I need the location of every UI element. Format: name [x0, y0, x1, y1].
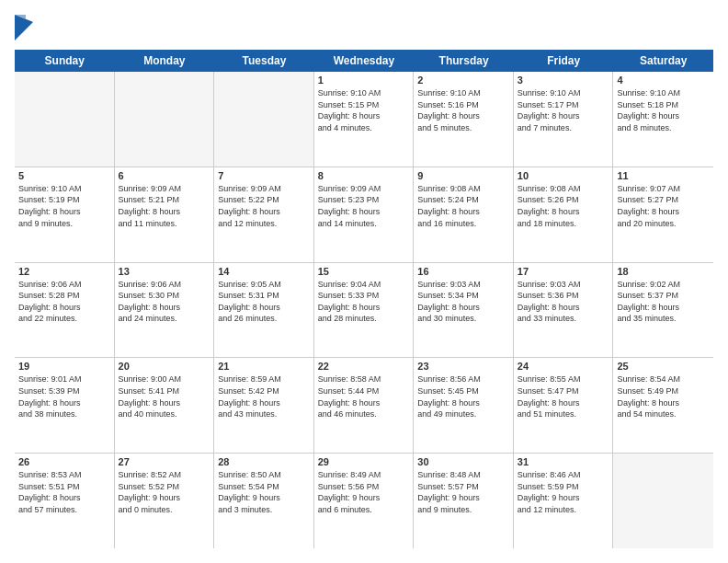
cell-details: Sunrise: 9:10 AM Sunset: 5:15 PM Dayligh…	[318, 87, 410, 133]
calendar-cell: 26Sunrise: 8:53 AM Sunset: 5:51 PM Dayli…	[15, 454, 115, 548]
cell-details: Sunrise: 8:54 AM Sunset: 5:49 PM Dayligh…	[617, 373, 710, 419]
calendar: SundayMondayTuesdayWednesdayThursdayFrid…	[15, 50, 713, 548]
cell-details: Sunrise: 9:08 AM Sunset: 5:26 PM Dayligh…	[518, 183, 609, 229]
day-number: 2	[417, 75, 509, 86]
calendar-cell	[15, 72, 115, 167]
calendar-cell: 22Sunrise: 8:58 AM Sunset: 5:44 PM Dayli…	[314, 358, 415, 453]
calendar-cell: 29Sunrise: 8:49 AM Sunset: 5:56 PM Dayli…	[314, 454, 415, 548]
cell-details: Sunrise: 9:07 AM Sunset: 5:27 PM Dayligh…	[617, 183, 710, 229]
cell-details: Sunrise: 8:49 AM Sunset: 5:56 PM Dayligh…	[318, 469, 410, 515]
day-number: 20	[119, 361, 210, 372]
day-number: 23	[417, 361, 509, 372]
day-number: 15	[318, 266, 410, 277]
calendar-cell: 8Sunrise: 9:09 AM Sunset: 5:23 PM Daylig…	[314, 167, 415, 262]
calendar-cell: 6Sunrise: 9:09 AM Sunset: 5:21 PM Daylig…	[115, 167, 215, 262]
calendar-cell: 11Sunrise: 9:07 AM Sunset: 5:27 PM Dayli…	[613, 167, 713, 262]
calendar-cell: 28Sunrise: 8:50 AM Sunset: 5:54 PM Dayli…	[214, 454, 314, 548]
calendar-cell: 31Sunrise: 8:46 AM Sunset: 5:59 PM Dayli…	[514, 454, 614, 548]
calendar-row: 1Sunrise: 9:10 AM Sunset: 5:15 PM Daylig…	[15, 72, 713, 167]
day-number: 3	[518, 75, 609, 86]
cell-details: Sunrise: 9:08 AM Sunset: 5:24 PM Dayligh…	[417, 183, 509, 229]
cell-details: Sunrise: 9:03 AM Sunset: 5:36 PM Dayligh…	[518, 279, 609, 325]
page: SundayMondayTuesdayWednesdayThursdayFrid…	[0, 0, 728, 563]
header-day: Monday	[115, 50, 215, 72]
day-number: 5	[18, 170, 110, 181]
calendar-cell: 14Sunrise: 9:05 AM Sunset: 5:31 PM Dayli…	[214, 263, 314, 358]
calendar-cell: 3Sunrise: 9:10 AM Sunset: 5:17 PM Daylig…	[514, 72, 614, 167]
cell-details: Sunrise: 9:02 AM Sunset: 5:37 PM Dayligh…	[617, 279, 710, 325]
day-number: 7	[218, 170, 310, 181]
header-day: Saturday	[613, 50, 713, 72]
day-number: 24	[518, 361, 609, 372]
calendar-cell: 2Sunrise: 9:10 AM Sunset: 5:16 PM Daylig…	[414, 72, 514, 167]
cell-details: Sunrise: 9:09 AM Sunset: 5:22 PM Dayligh…	[218, 183, 310, 229]
day-number: 27	[119, 456, 210, 467]
day-number: 16	[417, 266, 509, 277]
header-day: Tuesday	[214, 50, 314, 72]
calendar-cell: 24Sunrise: 8:55 AM Sunset: 5:47 PM Dayli…	[514, 358, 614, 453]
calendar-cell: 10Sunrise: 9:08 AM Sunset: 5:26 PM Dayli…	[514, 167, 614, 262]
cell-details: Sunrise: 8:52 AM Sunset: 5:52 PM Dayligh…	[119, 469, 210, 515]
day-number: 17	[518, 266, 609, 277]
day-number: 19	[18, 361, 110, 372]
header-day: Friday	[514, 50, 614, 72]
calendar-cell: 7Sunrise: 9:09 AM Sunset: 5:22 PM Daylig…	[214, 167, 314, 262]
header-day: Wednesday	[314, 50, 415, 72]
day-number: 26	[18, 456, 110, 467]
logo-icon	[15, 15, 33, 40]
calendar-cell: 12Sunrise: 9:06 AM Sunset: 5:28 PM Dayli…	[15, 263, 115, 358]
calendar-cell: 4Sunrise: 9:10 AM Sunset: 5:18 PM Daylig…	[613, 72, 713, 167]
day-number: 25	[617, 361, 710, 372]
header-day: Sunday	[15, 50, 115, 72]
cell-details: Sunrise: 9:06 AM Sunset: 5:30 PM Dayligh…	[119, 279, 210, 325]
cell-details: Sunrise: 9:03 AM Sunset: 5:34 PM Dayligh…	[417, 279, 509, 325]
calendar-cell	[115, 72, 215, 167]
day-number: 22	[318, 361, 410, 372]
calendar-body: 1Sunrise: 9:10 AM Sunset: 5:15 PM Daylig…	[15, 72, 713, 548]
day-number: 12	[18, 266, 110, 277]
calendar-cell: 17Sunrise: 9:03 AM Sunset: 5:36 PM Dayli…	[514, 263, 614, 358]
calendar-cell: 18Sunrise: 9:02 AM Sunset: 5:37 PM Dayli…	[613, 263, 713, 358]
svg-marker-0	[15, 15, 33, 40]
calendar-cell	[214, 72, 314, 167]
cell-details: Sunrise: 8:55 AM Sunset: 5:47 PM Dayligh…	[518, 373, 609, 419]
calendar-cell: 25Sunrise: 8:54 AM Sunset: 5:49 PM Dayli…	[613, 358, 713, 453]
cell-details: Sunrise: 9:10 AM Sunset: 5:16 PM Dayligh…	[417, 87, 509, 133]
day-number: 29	[318, 456, 410, 467]
day-number: 18	[617, 266, 710, 277]
cell-details: Sunrise: 8:58 AM Sunset: 5:44 PM Dayligh…	[318, 373, 410, 419]
cell-details: Sunrise: 9:10 AM Sunset: 5:17 PM Dayligh…	[518, 87, 609, 133]
logo	[15, 15, 35, 40]
cell-details: Sunrise: 8:46 AM Sunset: 5:59 PM Dayligh…	[518, 469, 609, 515]
cell-details: Sunrise: 9:10 AM Sunset: 5:19 PM Dayligh…	[18, 183, 110, 229]
cell-details: Sunrise: 9:06 AM Sunset: 5:28 PM Dayligh…	[18, 279, 110, 325]
cell-details: Sunrise: 8:48 AM Sunset: 5:57 PM Dayligh…	[417, 469, 509, 515]
calendar-cell: 9Sunrise: 9:08 AM Sunset: 5:24 PM Daylig…	[414, 167, 514, 262]
day-number: 6	[119, 170, 210, 181]
day-number: 11	[617, 170, 710, 181]
calendar-row: 19Sunrise: 9:01 AM Sunset: 5:39 PM Dayli…	[15, 358, 713, 454]
calendar-cell	[613, 454, 713, 548]
calendar-cell: 5Sunrise: 9:10 AM Sunset: 5:19 PM Daylig…	[15, 167, 115, 262]
cell-details: Sunrise: 9:00 AM Sunset: 5:41 PM Dayligh…	[119, 373, 210, 419]
cell-details: Sunrise: 8:59 AM Sunset: 5:42 PM Dayligh…	[218, 373, 310, 419]
cell-details: Sunrise: 9:10 AM Sunset: 5:18 PM Dayligh…	[617, 87, 710, 133]
day-number: 31	[518, 456, 609, 467]
day-number: 1	[318, 75, 410, 86]
cell-details: Sunrise: 9:05 AM Sunset: 5:31 PM Dayligh…	[218, 279, 310, 325]
calendar-cell: 23Sunrise: 8:56 AM Sunset: 5:45 PM Dayli…	[414, 358, 514, 453]
header-day: Thursday	[414, 50, 514, 72]
calendar-cell: 20Sunrise: 9:00 AM Sunset: 5:41 PM Dayli…	[115, 358, 215, 453]
calendar-header: SundayMondayTuesdayWednesdayThursdayFrid…	[15, 50, 713, 72]
calendar-cell: 30Sunrise: 8:48 AM Sunset: 5:57 PM Dayli…	[414, 454, 514, 548]
calendar-cell: 19Sunrise: 9:01 AM Sunset: 5:39 PM Dayli…	[15, 358, 115, 453]
calendar-row: 5Sunrise: 9:10 AM Sunset: 5:19 PM Daylig…	[15, 167, 713, 263]
day-number: 8	[318, 170, 410, 181]
day-number: 21	[218, 361, 310, 372]
day-number: 9	[417, 170, 509, 181]
day-number: 14	[218, 266, 310, 277]
day-number: 28	[218, 456, 310, 467]
cell-details: Sunrise: 9:04 AM Sunset: 5:33 PM Dayligh…	[318, 279, 410, 325]
cell-details: Sunrise: 9:01 AM Sunset: 5:39 PM Dayligh…	[18, 373, 110, 419]
calendar-cell: 15Sunrise: 9:04 AM Sunset: 5:33 PM Dayli…	[314, 263, 415, 358]
